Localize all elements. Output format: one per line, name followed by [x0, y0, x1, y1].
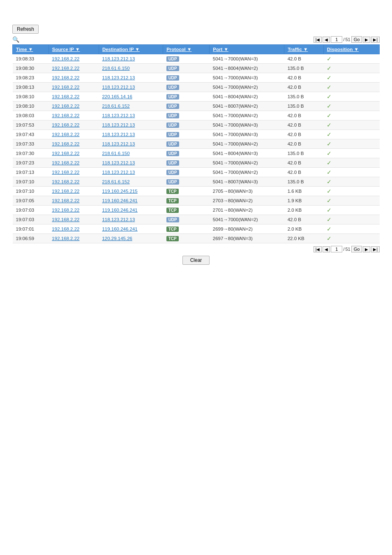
source-ip-link[interactable]: 192.168.2.22	[52, 85, 79, 90]
next-page-button[interactable]: ▶	[363, 37, 370, 43]
cell-dest-ip[interactable]: 218.61.6.152	[99, 102, 163, 111]
prev-page-button-bottom[interactable]: ◀	[323, 246, 330, 252]
dest-ip-link[interactable]: 119.160.245.215	[102, 189, 137, 194]
refresh-button[interactable]: Refresh	[12, 25, 39, 34]
cell-source-ip[interactable]: 192.168.2.22	[48, 215, 99, 224]
cell-dest-ip[interactable]: 218.61.6.152	[99, 177, 163, 187]
cell-source-ip[interactable]: 192.168.2.22	[48, 120, 99, 130]
dest-ip-link[interactable]: 118.123.212.13	[102, 123, 135, 127]
cell-dest-ip[interactable]: 118.123.212.13	[99, 54, 163, 64]
dest-ip-link[interactable]: 118.123.212.13	[102, 141, 135, 146]
cell-dest-ip[interactable]: 118.123.212.13	[99, 111, 163, 120]
source-ip-link[interactable]: 192.168.2.22	[52, 189, 79, 194]
source-ip-link[interactable]: 192.168.2.22	[52, 56, 79, 61]
cell-dest-ip[interactable]: 218.61.6.150	[99, 149, 163, 158]
source-ip-link[interactable]: 192.168.2.22	[52, 160, 79, 165]
clear-button[interactable]: Clear	[182, 256, 210, 265]
cell-source-ip[interactable]: 192.168.2.22	[48, 111, 99, 120]
dest-ip-link[interactable]: 118.123.212.13	[102, 113, 135, 118]
source-ip-link[interactable]: 192.168.2.22	[52, 227, 79, 231]
cell-source-ip[interactable]: 192.168.2.22	[48, 83, 99, 92]
dest-ip-link[interactable]: 118.123.212.13	[102, 217, 135, 222]
cell-source-ip[interactable]: 192.168.2.22	[48, 73, 99, 83]
dest-ip-link[interactable]: 218.61.6.152	[102, 179, 129, 184]
cell-source-ip[interactable]: 192.168.2.22	[48, 224, 99, 234]
source-ip-link[interactable]: 192.168.2.22	[52, 236, 79, 241]
traffic-sort[interactable]: Traffic ▼	[288, 47, 308, 52]
cell-dest-ip[interactable]: 118.123.212.13	[99, 73, 163, 83]
cell-dest-ip[interactable]: 118.123.212.13	[99, 158, 163, 168]
page-input-bottom[interactable]	[331, 246, 342, 252]
next-page-button-bottom[interactable]: ▶	[363, 246, 370, 252]
protocol-sort[interactable]: Protocol ▼	[166, 47, 191, 52]
cell-dest-ip[interactable]: 218.61.6.150	[99, 64, 163, 73]
col-disposition[interactable]: Disposition ▼	[323, 45, 379, 54]
dest-ip-link[interactable]: 120.29.145.26	[102, 236, 132, 241]
cell-dest-ip[interactable]: 118.123.212.13	[99, 120, 163, 130]
dest-ip-sort[interactable]: Destination IP ▼	[102, 47, 140, 52]
port-sort[interactable]: Port ▼	[213, 47, 228, 52]
dest-ip-link[interactable]: 118.123.212.13	[102, 132, 135, 137]
col-protocol[interactable]: Protocol ▼	[163, 45, 210, 54]
disposition-sort[interactable]: Disposition ▼	[327, 47, 359, 52]
last-page-button-bottom[interactable]: ▶|	[371, 246, 380, 252]
col-time[interactable]: Time ▼	[13, 45, 49, 54]
dest-ip-link[interactable]: 119.160.246.241	[102, 227, 137, 231]
cell-source-ip[interactable]: 192.168.2.22	[48, 149, 99, 158]
dest-ip-link[interactable]: 218.61.6.150	[102, 151, 129, 156]
dest-ip-link[interactable]: 118.123.212.13	[102, 85, 135, 90]
page-input[interactable]	[331, 36, 342, 43]
source-ip-link[interactable]: 192.168.2.22	[52, 94, 79, 99]
cell-source-ip[interactable]: 192.168.2.22	[48, 92, 99, 102]
col-traffic[interactable]: Traffic ▼	[284, 45, 324, 54]
cell-dest-ip[interactable]: 119.160.245.215	[99, 187, 163, 196]
dest-ip-link[interactable]: 118.123.212.13	[102, 56, 135, 61]
cell-dest-ip[interactable]: 220.165.14.16	[99, 92, 163, 102]
source-ip-link[interactable]: 192.168.2.22	[52, 66, 79, 71]
first-page-button[interactable]: |◀	[314, 37, 322, 43]
prev-page-button[interactable]: ◀	[323, 37, 330, 43]
source-ip-link[interactable]: 192.168.2.22	[52, 113, 79, 118]
dest-ip-link[interactable]: 118.123.212.13	[102, 170, 135, 175]
dest-ip-link[interactable]: 218.61.6.152	[102, 104, 129, 109]
source-ip-sort[interactable]: Source IP ▼	[52, 47, 80, 52]
dest-ip-link[interactable]: 118.123.212.13	[102, 75, 135, 80]
cell-source-ip[interactable]: 192.168.2.22	[48, 234, 99, 243]
cell-source-ip[interactable]: 192.168.2.22	[48, 102, 99, 111]
source-ip-link[interactable]: 192.168.2.22	[52, 123, 79, 127]
cell-dest-ip[interactable]: 118.123.212.13	[99, 139, 163, 149]
cell-source-ip[interactable]: 192.168.2.22	[48, 54, 99, 64]
dest-ip-link[interactable]: 119.160.246.241	[102, 208, 137, 213]
source-ip-link[interactable]: 192.168.2.22	[52, 141, 79, 146]
dest-ip-link[interactable]: 119.160.246.241	[102, 198, 137, 203]
cell-source-ip[interactable]: 192.168.2.22	[48, 187, 99, 196]
go-button[interactable]: Go	[351, 36, 362, 43]
col-dest-ip[interactable]: Destination IP ▼	[99, 45, 163, 54]
cell-source-ip[interactable]: 192.168.2.22	[48, 158, 99, 168]
cell-dest-ip[interactable]: 118.123.212.13	[99, 130, 163, 139]
source-ip-link[interactable]: 192.168.2.22	[52, 208, 79, 213]
first-page-button-bottom[interactable]: |◀	[314, 246, 322, 252]
col-port[interactable]: Port ▼	[210, 45, 284, 54]
source-ip-link[interactable]: 192.168.2.22	[52, 75, 79, 80]
source-ip-link[interactable]: 192.168.2.22	[52, 132, 79, 137]
cell-source-ip[interactable]: 192.168.2.22	[48, 196, 99, 206]
cell-source-ip[interactable]: 192.168.2.22	[48, 206, 99, 215]
go-button-bottom[interactable]: Go	[351, 246, 362, 252]
cell-source-ip[interactable]: 192.168.2.22	[48, 139, 99, 149]
cell-dest-ip[interactable]: 118.123.212.13	[99, 83, 163, 92]
source-ip-link[interactable]: 192.168.2.22	[52, 170, 79, 175]
cell-dest-ip[interactable]: 119.160.246.241	[99, 196, 163, 206]
dest-ip-link[interactable]: 118.123.212.13	[102, 160, 135, 165]
dest-ip-link[interactable]: 218.61.6.150	[102, 66, 129, 71]
source-ip-link[interactable]: 192.168.2.22	[52, 179, 79, 184]
cell-dest-ip[interactable]: 118.123.212.13	[99, 168, 163, 177]
source-ip-link[interactable]: 192.168.2.22	[52, 198, 79, 203]
cell-source-ip[interactable]: 192.168.2.22	[48, 177, 99, 187]
cell-source-ip[interactable]: 192.168.2.22	[48, 130, 99, 139]
col-source-ip[interactable]: Source IP ▼	[48, 45, 99, 54]
cell-dest-ip[interactable]: 118.123.212.13	[99, 215, 163, 224]
last-page-button[interactable]: ▶|	[371, 37, 380, 43]
cell-source-ip[interactable]: 192.168.2.22	[48, 64, 99, 73]
source-ip-link[interactable]: 192.168.2.22	[52, 151, 79, 156]
